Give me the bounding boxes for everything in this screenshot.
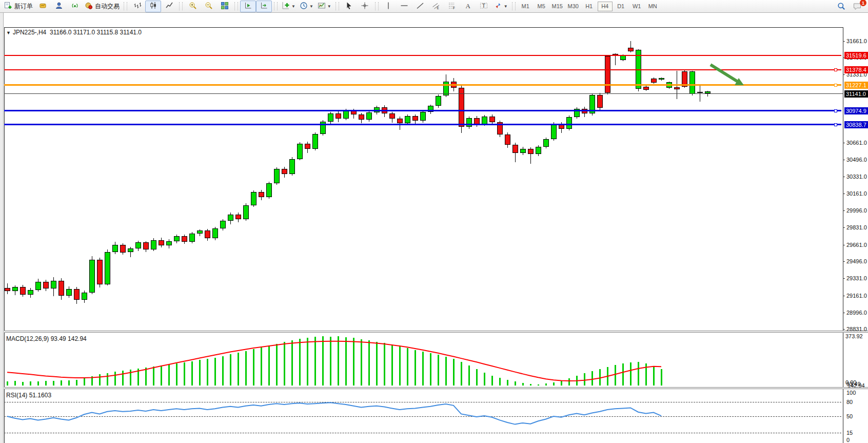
auto-scroll-button[interactable] <box>240 1 256 12</box>
timeframe-button-h4[interactable]: H4 <box>598 2 613 11</box>
timeframe-button-h1[interactable]: H1 <box>582 2 597 11</box>
search-button[interactable] <box>833 1 849 13</box>
timeframe-button-mn[interactable]: MN <box>645 2 660 11</box>
chevron-down-icon: ▼ <box>327 4 331 9</box>
fibonacci-button[interactable]: F <box>444 1 460 12</box>
new-order-button[interactable]: 新订单 <box>2 1 35 12</box>
price-tick-label: 31661.0 <box>846 38 867 44</box>
crosshair-button[interactable] <box>357 1 373 12</box>
price-tick-mark <box>843 245 845 245</box>
price-tick-mark <box>843 177 845 177</box>
periods-button[interactable]: ▼ <box>298 1 315 12</box>
svg-text:T: T <box>482 3 486 9</box>
collapse-triangle-icon[interactable]: ▼ <box>6 30 11 35</box>
line-chart-button[interactable] <box>161 1 177 12</box>
bar-chart-button[interactable] <box>129 1 145 12</box>
zoom-in-icon <box>189 2 197 11</box>
text-label-button[interactable]: T <box>476 1 492 12</box>
price-tick-label: 28831.0 <box>846 326 867 332</box>
candle <box>251 192 257 205</box>
candle <box>551 124 557 139</box>
zoom-out-button[interactable] <box>201 1 216 12</box>
price-tick-label: 29996.0 <box>846 207 867 214</box>
cursor-button[interactable] <box>341 1 357 12</box>
price-level-line[interactable] <box>4 124 841 125</box>
candle <box>143 242 149 249</box>
toolbar-group-separator <box>375 2 379 10</box>
periods-icon <box>300 2 308 11</box>
auto-trading-button[interactable]: 自动交易 <box>83 1 122 12</box>
price-level-line[interactable] <box>4 93 843 94</box>
price-level-line[interactable] <box>4 110 841 111</box>
price-tick-mark <box>843 160 845 160</box>
timeframe-button-w1[interactable]: W1 <box>629 2 644 11</box>
market-watch-button[interactable] <box>35 1 51 12</box>
level-drag-handle[interactable] <box>834 123 837 126</box>
candle <box>5 288 10 291</box>
crosshair-icon <box>361 2 369 11</box>
chart-window: 31661.031496.031331.030661.030496.030331… <box>0 13 868 443</box>
chart-shift-button[interactable] <box>256 1 272 12</box>
navigator-button[interactable] <box>51 1 67 12</box>
text-button[interactable]: A <box>460 1 476 12</box>
templates-button[interactable]: ▼ <box>315 1 333 12</box>
svg-text:F: F <box>453 6 455 10</box>
svg-text:E: E <box>437 6 440 9</box>
candle <box>43 282 49 288</box>
signals-button[interactable] <box>67 1 83 12</box>
candle <box>82 293 87 300</box>
notifications-button[interactable]: 1 <box>849 1 865 13</box>
zoom-out-icon <box>205 2 213 11</box>
price-level-tag: 30974.9 <box>844 107 868 114</box>
rsi-scale-label: 100 <box>846 390 856 396</box>
timeframe-button-d1[interactable]: D1 <box>614 2 628 11</box>
timeframe-button-m30[interactable]: M30 <box>566 2 581 11</box>
price-level-line[interactable] <box>4 55 841 56</box>
candle <box>466 118 472 127</box>
candle <box>543 139 549 147</box>
candle <box>643 87 649 90</box>
candle <box>205 230 210 238</box>
toolbar-right: 1 <box>833 1 865 13</box>
candle <box>297 144 303 159</box>
price-axis-line[interactable] <box>843 27 843 443</box>
vertical-line-button[interactable] <box>381 1 397 12</box>
candle <box>20 287 26 295</box>
plot-top-border <box>4 27 843 28</box>
candle <box>697 92 703 93</box>
arrows-button[interactable]: ▼ <box>492 1 510 12</box>
candlestick-chart-icon <box>149 2 157 11</box>
trend-arrow-annotation[interactable] <box>708 62 749 90</box>
candle <box>35 282 41 290</box>
tile-windows-button[interactable] <box>216 1 232 12</box>
rsi-scale-label: 15 <box>846 430 853 436</box>
trend-line-icon <box>416 2 424 11</box>
indicators-button[interactable]: ▼ <box>280 1 298 12</box>
level-drag-handle[interactable] <box>834 68 837 71</box>
market-watch-icon <box>39 2 47 11</box>
candle <box>97 260 103 284</box>
timeframe-button-m15[interactable]: M15 <box>550 2 565 11</box>
timeframe-button-m5[interactable]: M5 <box>534 2 549 11</box>
level-drag-handle[interactable] <box>834 109 837 112</box>
equidistant-channel-button[interactable]: E <box>428 1 444 12</box>
candle <box>266 183 272 197</box>
candle <box>274 169 280 183</box>
level-drag-handle[interactable] <box>834 84 837 87</box>
mt4-application: 新订单自动交易▼▼▼EFAT▼M1M5M15M30H1H4D1W1MN 1 31… <box>0 0 868 443</box>
timeframe-button-m1[interactable]: M1 <box>518 2 533 11</box>
price-tick-label: 30331.0 <box>846 174 867 180</box>
candlestick-chart-button[interactable] <box>145 1 161 12</box>
price-level-tag: 31141.0 <box>844 90 868 98</box>
horizontal-line-button[interactable] <box>397 1 412 12</box>
new-order-label: 新订单 <box>14 2 33 11</box>
toolbar-group-separator <box>179 2 183 10</box>
signals-icon <box>71 2 79 11</box>
macd-pane-splitter[interactable] <box>4 331 868 333</box>
price-tick-mark <box>843 329 845 330</box>
chart-shift-icon <box>260 2 268 11</box>
arrows-icon <box>494 2 502 11</box>
candle <box>89 260 95 293</box>
zoom-in-button[interactable] <box>185 1 201 12</box>
trend-line-button[interactable] <box>412 1 428 12</box>
